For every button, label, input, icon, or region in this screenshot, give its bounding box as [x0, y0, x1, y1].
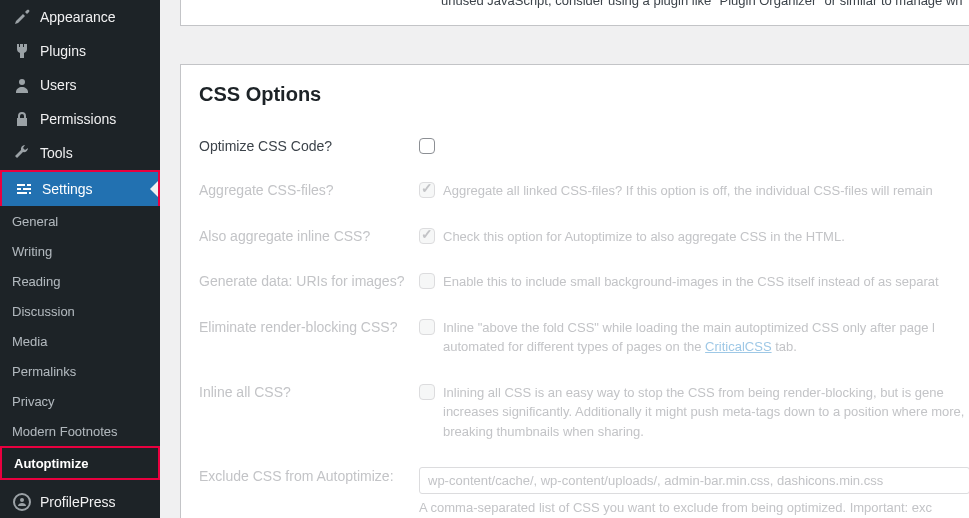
- row-desc: Aggregate all linked CSS-files? If this …: [443, 181, 933, 201]
- sidebar-item-appearance[interactable]: Appearance: [0, 0, 160, 34]
- css-options-card: CSS Options Optimize CSS Code? Aggregate…: [180, 64, 969, 518]
- row-desc: A comma-separated list of CSS you want t…: [419, 500, 932, 515]
- row-desc: Check this option for Autoptimize to als…: [443, 227, 845, 247]
- row-optimize-css: Optimize CSS Code?: [199, 124, 969, 168]
- paintbrush-icon: [12, 7, 32, 27]
- data-uris-checkbox: [419, 273, 435, 289]
- plug-icon: [12, 41, 32, 61]
- criticalcss-link[interactable]: CriticalCSS: [705, 339, 771, 354]
- row-label: Eliminate render-blocking CSS?: [199, 305, 419, 370]
- sidebar-sub-modern-footnotes[interactable]: Modern Footnotes: [0, 416, 160, 446]
- row-desc: Inline "above the fold CSS" while loadin…: [443, 318, 935, 357]
- admin-sidebar: Appearance Plugins Users Permissions Too…: [0, 0, 160, 518]
- profilepress-icon: [12, 492, 32, 512]
- svg-point-0: [19, 79, 25, 85]
- wrench-icon: [12, 143, 32, 163]
- sidebar-item-plugins[interactable]: Plugins: [0, 34, 160, 68]
- sidebar-sub-permalinks[interactable]: Permalinks: [0, 356, 160, 386]
- aggregate-inline-css-checkbox: [419, 228, 435, 244]
- main-content: unused JavaScript, consider using a plug…: [160, 0, 969, 518]
- js-note-text: unused JavaScript, consider using a plug…: [441, 0, 963, 8]
- sliders-icon: [14, 179, 34, 199]
- sidebar-label: Tools: [40, 145, 73, 161]
- row-label: Also aggregate inline CSS?: [199, 214, 419, 260]
- sidebar-sub-privacy[interactable]: Privacy: [0, 386, 160, 416]
- row-label: Aggregate CSS-files?: [199, 168, 419, 214]
- row-desc: Inlining all CSS is an easy way to stop …: [443, 383, 969, 442]
- sidebar-sub-reading[interactable]: Reading: [0, 266, 160, 296]
- row-eliminate-render-blocking: Eliminate render-blocking CSS? Inline "a…: [199, 305, 969, 370]
- sidebar-item-permissions[interactable]: Permissions: [0, 102, 160, 136]
- row-aggregate-inline-css: Also aggregate inline CSS? Check this op…: [199, 214, 969, 260]
- sidebar-item-settings[interactable]: Settings: [2, 172, 158, 206]
- sidebar-label: ProfilePress: [40, 494, 115, 510]
- sidebar-sub-autoptimize[interactable]: Autoptimize: [2, 448, 158, 478]
- aggregate-css-checkbox: [419, 182, 435, 198]
- optimize-css-checkbox[interactable]: [419, 138, 435, 154]
- css-options-heading: CSS Options: [199, 83, 969, 106]
- sidebar-sub-writing[interactable]: Writing: [0, 236, 160, 266]
- sidebar-sub-discussion[interactable]: Discussion: [0, 296, 160, 326]
- js-note-box: unused JavaScript, consider using a plug…: [180, 0, 969, 26]
- desc-post: tab.: [772, 339, 797, 354]
- row-aggregate-css: Aggregate CSS-files? Aggregate all linke…: [199, 168, 969, 214]
- row-label: Inline all CSS?: [199, 370, 419, 455]
- eliminate-rb-checkbox: [419, 319, 435, 335]
- sidebar-label: Appearance: [40, 9, 116, 25]
- css-options-table: Optimize CSS Code? Aggregate CSS-files? …: [199, 124, 969, 518]
- row-exclude-css: Exclude CSS from Autoptimize: A comma-se…: [199, 454, 969, 518]
- sidebar-label: Users: [40, 77, 77, 93]
- user-icon: [12, 75, 32, 95]
- sidebar-label: Permissions: [40, 111, 116, 127]
- sidebar-label: Settings: [42, 181, 93, 197]
- svg-point-2: [20, 498, 24, 502]
- row-inline-all-css: Inline all CSS? Inlining all CSS is an e…: [199, 370, 969, 455]
- row-label: Generate data: URIs for images?: [199, 259, 419, 305]
- exclude-css-input: [419, 467, 969, 494]
- sidebar-item-users[interactable]: Users: [0, 68, 160, 102]
- sidebar-item-tools[interactable]: Tools: [0, 136, 160, 170]
- desc-mid: automated for different types of pages o…: [443, 339, 705, 354]
- sidebar-sub-general[interactable]: General: [0, 206, 160, 236]
- sidebar-sub-media[interactable]: Media: [0, 326, 160, 356]
- row-label: Optimize CSS Code?: [199, 124, 419, 168]
- sidebar-item-profilepress[interactable]: ProfilePress: [0, 485, 160, 518]
- inline-all-css-checkbox: [419, 384, 435, 400]
- lock-icon: [12, 109, 32, 129]
- row-data-uris: Generate data: URIs for images? Enable t…: [199, 259, 969, 305]
- row-label: Exclude CSS from Autoptimize:: [199, 454, 419, 518]
- sidebar-label: Plugins: [40, 43, 86, 59]
- desc-pre: Inline "above the fold CSS" while loadin…: [443, 320, 935, 335]
- row-desc: Enable this to include small background-…: [443, 272, 939, 292]
